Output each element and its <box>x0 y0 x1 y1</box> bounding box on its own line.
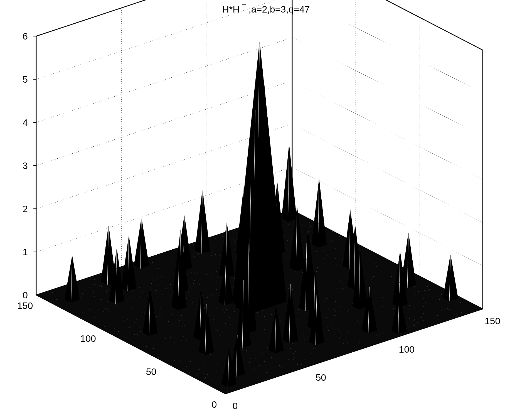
svg-rect-146 <box>217 277 218 278</box>
svg-rect-630 <box>132 291 132 292</box>
svg-rect-538 <box>387 271 388 271</box>
svg-rect-18 <box>234 278 235 279</box>
svg-rect-167 <box>144 344 144 344</box>
svg-rect-149 <box>335 248 336 249</box>
svg-rect-665 <box>166 288 167 289</box>
svg-rect-592 <box>266 372 267 373</box>
svg-rect-762 <box>449 309 450 310</box>
svg-rect-298 <box>213 380 213 381</box>
svg-rect-197 <box>93 291 94 292</box>
svg-rect-804 <box>298 309 299 310</box>
svg-rect-411 <box>101 286 102 287</box>
svg-rect-327 <box>107 309 108 309</box>
svg-rect-565 <box>304 339 305 340</box>
svg-rect-621 <box>155 290 156 291</box>
svg-rect-204 <box>130 298 131 298</box>
svg-rect-494 <box>319 299 319 299</box>
svg-rect-77 <box>297 313 298 314</box>
svg-rect-419 <box>327 331 327 331</box>
svg-rect-222 <box>246 350 247 351</box>
svg-rect-399 <box>338 265 338 265</box>
svg-rect-672 <box>395 280 395 281</box>
svg-rect-122 <box>276 370 277 370</box>
svg-rect-325 <box>144 277 144 278</box>
svg-rect-617 <box>327 255 328 255</box>
svg-rect-220 <box>305 367 305 367</box>
y-tick-50: 50 <box>146 366 156 377</box>
svg-rect-439 <box>327 328 328 328</box>
svg-rect-668 <box>203 295 203 296</box>
svg-rect-301 <box>347 279 348 279</box>
svg-rect-803 <box>224 312 225 313</box>
svg-rect-117 <box>305 330 305 331</box>
z-tick-4: 4 <box>23 117 28 128</box>
svg-rect-109 <box>176 363 176 364</box>
svg-rect-335 <box>258 314 259 314</box>
svg-rect-311 <box>391 276 392 277</box>
svg-rect-23 <box>445 303 445 303</box>
svg-rect-309 <box>92 292 92 292</box>
svg-rect-904 <box>322 282 322 282</box>
svg-rect-45 <box>253 371 253 372</box>
svg-rect-493 <box>226 308 226 308</box>
svg-rect-407 <box>315 358 315 359</box>
svg-rect-115 <box>195 291 195 291</box>
svg-rect-753 <box>164 288 164 289</box>
svg-rect-264 <box>387 330 388 330</box>
svg-rect-709 <box>166 348 166 348</box>
svg-rect-603 <box>393 282 394 282</box>
svg-rect-504 <box>194 280 195 281</box>
svg-rect-228 <box>346 346 346 346</box>
svg-rect-609 <box>343 288 344 289</box>
svg-rect-640 <box>332 240 332 241</box>
svg-rect-845 <box>151 290 152 290</box>
svg-rect-751 <box>457 317 458 317</box>
svg-rect-456 <box>91 279 91 280</box>
svg-rect-543 <box>157 269 158 269</box>
svg-rect-95 <box>142 335 142 336</box>
svg-rect-758 <box>444 310 444 311</box>
svg-rect-769 <box>220 335 220 336</box>
svg-rect-618 <box>106 291 107 292</box>
svg-rect-352 <box>403 307 403 308</box>
svg-rect-358 <box>270 366 271 366</box>
svg-rect-436 <box>198 370 199 370</box>
svg-rect-540 <box>362 321 363 321</box>
svg-rect-330 <box>283 363 283 363</box>
svg-rect-357 <box>88 287 89 287</box>
svg-rect-300 <box>316 251 317 252</box>
svg-rect-620 <box>336 265 337 265</box>
svg-rect-660 <box>161 281 161 281</box>
svg-rect-497 <box>439 290 439 290</box>
surface3d-chart: 0123456050100150050100150 H*H T ,a=2,b=3… <box>0 0 532 413</box>
svg-line-966 <box>292 0 483 50</box>
svg-rect-25 <box>230 324 231 324</box>
svg-rect-693 <box>213 316 213 317</box>
svg-rect-216 <box>375 264 376 264</box>
svg-rect-32 <box>183 322 183 323</box>
svg-rect-869 <box>317 274 317 275</box>
svg-rect-722 <box>138 343 139 343</box>
svg-rect-329 <box>414 286 415 287</box>
svg-rect-203 <box>215 275 215 275</box>
svg-rect-71 <box>311 249 311 249</box>
svg-rect-206 <box>417 322 418 323</box>
svg-rect-702 <box>138 304 139 304</box>
svg-rect-305 <box>415 309 415 309</box>
svg-rect-548 <box>161 313 161 314</box>
svg-rect-513 <box>459 303 459 303</box>
svg-rect-622 <box>395 335 396 335</box>
svg-rect-839 <box>264 316 265 317</box>
svg-rect-830 <box>375 286 376 286</box>
svg-rect-807 <box>139 320 140 320</box>
svg-rect-322 <box>123 320 124 321</box>
svg-rect-178 <box>288 273 288 274</box>
svg-rect-706 <box>129 327 130 328</box>
svg-rect-624 <box>124 331 124 331</box>
svg-rect-285 <box>423 298 424 299</box>
svg-rect-754 <box>89 309 90 310</box>
svg-rect-343 <box>250 348 250 348</box>
svg-rect-120 <box>331 253 331 254</box>
svg-rect-341 <box>98 283 98 283</box>
svg-rect-49 <box>290 348 291 349</box>
